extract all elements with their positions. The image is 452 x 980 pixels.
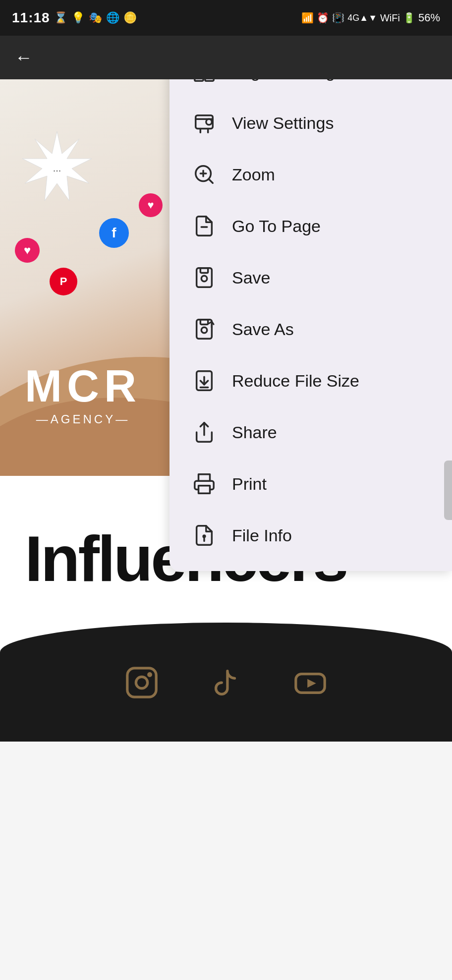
go-to-page-label: Go To Page bbox=[232, 217, 321, 236]
instagram-icon bbox=[124, 665, 159, 702]
go-to-page-item[interactable]: Go To Page bbox=[170, 200, 452, 252]
scroll-handle[interactable] bbox=[444, 461, 452, 520]
zoom-label: Zoom bbox=[232, 165, 275, 184]
status-left: 11:18 ⌛ 💡 🎭 🌐 🪙 bbox=[12, 10, 137, 26]
svg-text:···: ··· bbox=[53, 165, 61, 175]
heart-icon-float-2: ♥ bbox=[15, 238, 40, 263]
reduce-file-size-icon bbox=[191, 368, 217, 394]
facetime-icon: 🎭 bbox=[89, 11, 102, 24]
share-item[interactable]: Share bbox=[170, 406, 452, 458]
file-info-item[interactable]: File Info bbox=[170, 510, 452, 561]
save-item[interactable]: Save bbox=[170, 252, 452, 303]
save-as-icon bbox=[191, 316, 217, 342]
svg-rect-2 bbox=[127, 668, 156, 696]
print-icon bbox=[191, 471, 217, 497]
view-settings-icon bbox=[191, 110, 217, 136]
agency-name: MCR bbox=[25, 364, 141, 408]
wifi-icon: WiFi bbox=[380, 12, 400, 24]
zoom-icon bbox=[191, 162, 217, 187]
share-label: Share bbox=[232, 423, 277, 442]
svg-point-4 bbox=[149, 673, 151, 676]
file-info-label: File Info bbox=[232, 526, 292, 545]
svg-point-22 bbox=[201, 276, 207, 282]
dropdown-menu: Organize Pages View Settings Zoom bbox=[170, 36, 452, 571]
svg-rect-26 bbox=[200, 320, 208, 325]
pinterest-icon-float: P bbox=[50, 268, 77, 295]
agency-subtitle: —AGENCY— bbox=[25, 412, 141, 426]
svg-rect-21 bbox=[197, 268, 212, 287]
svg-point-25 bbox=[201, 327, 207, 333]
top-bar: ← bbox=[0, 36, 452, 79]
save-as-item[interactable]: Save As bbox=[170, 303, 452, 355]
social-icons-bar bbox=[0, 603, 452, 742]
notification-icon: ⌛ bbox=[54, 11, 67, 24]
svg-rect-11 bbox=[196, 115, 213, 129]
status-time: 11:18 bbox=[12, 10, 50, 26]
svg-point-12 bbox=[206, 119, 212, 125]
agency-branding: MCR —AGENCY— bbox=[25, 364, 141, 426]
svg-line-17 bbox=[209, 179, 213, 183]
view-settings-label: View Settings bbox=[232, 114, 334, 133]
share-icon bbox=[191, 419, 217, 445]
coin-icon: 🪙 bbox=[123, 11, 137, 24]
safari-icon: 🌐 bbox=[106, 11, 119, 24]
print-item[interactable]: Print bbox=[170, 458, 452, 510]
save-as-label: Save As bbox=[232, 320, 294, 339]
status-right: 📶 ⏰ 📳 4G▲▼ WiFi 🔋 56% bbox=[301, 11, 440, 24]
save-icon bbox=[191, 265, 217, 290]
view-settings-item[interactable]: View Settings bbox=[170, 97, 452, 149]
svg-rect-23 bbox=[200, 268, 208, 273]
back-button[interactable]: ← bbox=[15, 47, 33, 68]
svg-marker-6 bbox=[307, 679, 316, 688]
status-bar: 11:18 ⌛ 💡 🎭 🌐 🪙 📶 ⏰ 📳 4G▲▼ WiFi 🔋 56% bbox=[0, 0, 452, 36]
flashlight-icon: 💡 bbox=[71, 11, 85, 24]
social-icons-row bbox=[124, 665, 328, 702]
save-label: Save bbox=[232, 268, 271, 288]
star-burst: ··· bbox=[20, 129, 94, 205]
svg-point-3 bbox=[136, 677, 147, 688]
go-to-page-icon bbox=[191, 213, 217, 239]
reduce-file-size-label: Reduce File Size bbox=[232, 371, 359, 391]
svg-point-33 bbox=[203, 535, 205, 537]
file-info-icon bbox=[191, 522, 217, 548]
zoom-item[interactable]: Zoom bbox=[170, 149, 452, 200]
print-label: Print bbox=[232, 474, 267, 494]
alarm-icon: ⏰ bbox=[317, 12, 329, 24]
svg-rect-32 bbox=[199, 486, 210, 493]
youtube-icon bbox=[293, 665, 328, 702]
battery-icon: 🔋 bbox=[403, 12, 415, 24]
tiktok-icon bbox=[209, 665, 243, 702]
battery-percent: 56% bbox=[418, 11, 440, 24]
signal-icon: 4G▲▼ bbox=[347, 13, 377, 23]
facebook-icon-float: f bbox=[99, 218, 129, 248]
reduce-file-size-item[interactable]: Reduce File Size bbox=[170, 355, 452, 406]
heart-icon-float: ♥ bbox=[139, 193, 163, 217]
nfc-icon: 📶 bbox=[301, 12, 314, 24]
vibrate-icon: 📳 bbox=[332, 12, 344, 24]
